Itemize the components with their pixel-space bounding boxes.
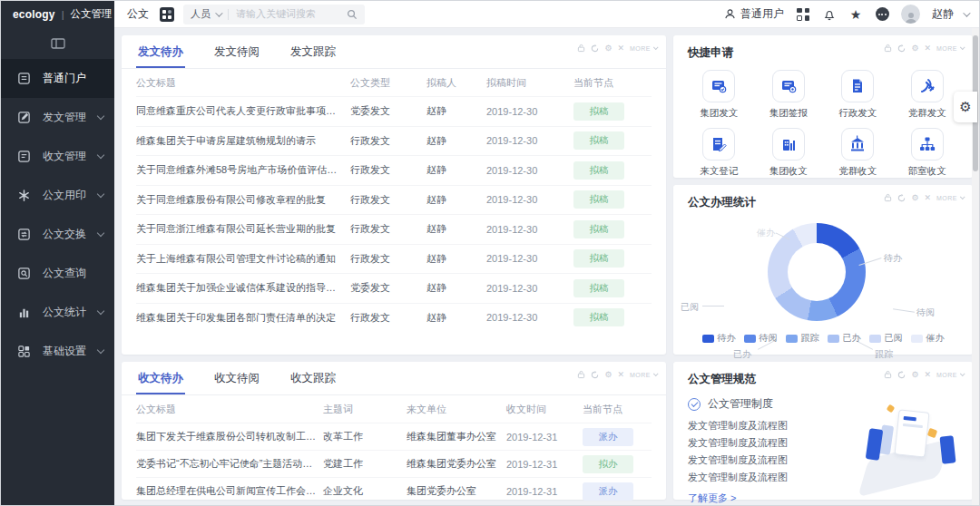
sidebar-item-公文查询[interactable]: 公文查询 [1, 254, 114, 293]
refresh-icon[interactable] [897, 371, 906, 379]
lock-icon[interactable] [577, 44, 585, 53]
quick-item-group-incoming[interactable]: 集团收文 [754, 128, 824, 178]
refresh-icon[interactable] [591, 371, 599, 379]
outgoing-table-header: 公文标题公文类型拟稿人拟稿时间当前节点 [136, 69, 652, 96]
sidebar-item-label: 普通门户 [43, 71, 86, 86]
current-node: 拟稿 [573, 308, 652, 326]
tab-incoming-track[interactable]: 收文跟踪 [289, 362, 338, 394]
receive-time: 2019-12-31 [506, 486, 583, 497]
sidebar-item-公文用印[interactable]: 公文用印 [1, 176, 114, 215]
quick-item-dept-incoming[interactable]: 部室收文 [893, 128, 963, 178]
gear-icon[interactable]: ⚙ [911, 194, 918, 202]
incoming-doc-row[interactable]: 党委书记“不忘初心牢记使命”主题活动上的讲话党建工作维森集团党委办公室2019-… [136, 450, 652, 477]
outgoing-doc-row[interactable]: 维森集团关于加强企业诚信体系建设的指导意见党委发文赵静2019-12-30拟稿 [136, 273, 652, 303]
lock-icon[interactable] [884, 193, 892, 202]
more-button[interactable]: MORE [630, 372, 657, 378]
refresh-icon[interactable] [897, 44, 906, 53]
sidebar-item-普通门户[interactable]: 普通门户 [1, 59, 114, 98]
incoming-doc-row[interactable]: 集团下发关于维森股份公司转机改制工作的要求改革工作维森集团董事办公室2019-1… [136, 423, 652, 450]
outgoing-doc-row[interactable]: 维森集团关于印发集团各部门责任清单的决定行政发文赵静2019-12-30拟稿 [136, 303, 652, 333]
rules-section-label: 公文管理制度 [708, 396, 773, 412]
legend-item[interactable]: 催办 [911, 332, 945, 345]
sidebar-item-基础设置[interactable]: 基础设置 [1, 332, 114, 371]
sidebar-item-label: 公文查询 [43, 266, 86, 281]
legend-item[interactable]: 已办 [828, 332, 861, 345]
search-icon[interactable] [347, 9, 358, 20]
tab-incoming-todo[interactable]: 收文待办 [136, 362, 185, 394]
favorite-star-icon[interactable]: ★ [848, 7, 863, 22]
search-category-select[interactable]: 人员 [191, 7, 211, 21]
hammer-sickle-icon [911, 70, 944, 102]
quick-item-label: 行政发文 [838, 107, 877, 120]
app-switcher-icon[interactable] [160, 7, 174, 22]
donut-ring[interactable] [768, 223, 866, 321]
refresh-icon[interactable] [897, 194, 906, 202]
close-icon[interactable]: ✕ [617, 44, 624, 53]
refresh-icon[interactable] [591, 44, 599, 53]
outgoing-doc-row[interactable]: 同意维森重庆公司代表人变更行政审批事项的批复党委发文赵静2019-12-30拟稿 [136, 96, 652, 126]
page-settings-gear-button[interactable]: ⚙ [954, 92, 977, 122]
quick-item-party-outgoing[interactable]: 党群发文 [893, 70, 963, 120]
tab-outgoing-track[interactable]: 发文跟踪 [289, 35, 338, 68]
gear-icon[interactable]: ⚙ [911, 371, 918, 379]
legend-item[interactable]: 待办 [702, 332, 736, 345]
legend-item[interactable]: 跟踪 [786, 332, 819, 345]
outgoing-doc-row[interactable]: 关于同意维森外滩58号房地产市场价值评估的批复行政发文赵静2019-12-30拟… [136, 155, 652, 185]
gear-icon[interactable]: ⚙ [604, 371, 612, 379]
doc-title: 关于同意维森股份有限公司修改章程的批复 [136, 193, 350, 207]
quick-item-party-incoming[interactable]: 党群收文 [823, 128, 893, 178]
tab-incoming-toread[interactable]: 收文待阅 [212, 362, 261, 394]
quick-apply-panel: ⚙✕MORE 快捷申请 集团发文 集团签报 行政发文 党群发文 来文登记 [673, 35, 973, 178]
chart-label-read: 已阅 [681, 301, 699, 314]
current-user-menu[interactable]: 赵静 [932, 6, 968, 22]
quick-item-group-outgoing[interactable]: 集团发文 [684, 70, 754, 120]
close-icon[interactable]: ✕ [924, 44, 931, 53]
more-button[interactable]: MORE [630, 45, 657, 52]
sidebar-item-发文管理[interactable]: 发文管理 [1, 98, 114, 137]
outgoing-doc-row[interactable]: 关于上海维森有限公司管理文件讨论稿的通知行政发文赵静2019-12-30拟稿 [136, 244, 652, 274]
user-type-button[interactable]: 普通用户 [724, 6, 784, 22]
quick-item-label: 集团发文 [700, 107, 738, 120]
close-icon[interactable]: ✕ [924, 371, 931, 379]
lock-icon[interactable] [884, 44, 892, 53]
chart-legend: 待办待阅跟踪已办已阅催办 [673, 332, 973, 345]
doc-title: 维森集团关于申请房屋建筑物规划的请示 [136, 134, 350, 148]
legend-item[interactable]: 待阅 [744, 332, 778, 345]
legend-item[interactable]: 已阅 [869, 332, 903, 345]
gear-icon[interactable]: ⚙ [604, 44, 612, 53]
more-button[interactable]: MORE [936, 45, 964, 52]
status-badge: 拟稿 [573, 131, 624, 150]
sidebar-item-公文交换[interactable]: 公文交换 [1, 215, 114, 254]
logo-divider: | [62, 9, 64, 20]
outgoing-doc-row[interactable]: 关于同意维森股份有限公司修改章程的批复行政发文赵静2019-12-30拟稿 [136, 185, 652, 215]
lock-icon[interactable] [884, 370, 892, 379]
outgoing-doc-row[interactable]: 维森集团关于申请房屋建筑物规划的请示行政发文赵静2019-12-30拟稿 [136, 126, 652, 156]
close-icon[interactable]: ✕ [617, 371, 624, 379]
sidebar-item-公文统计[interactable]: 公文统计 [1, 293, 114, 332]
logo: ecology | 公文管理 [1, 1, 114, 28]
workspace-grid-icon[interactable] [796, 7, 810, 22]
search-bar[interactable]: 人员 请输入关键词搜索 [183, 5, 365, 24]
gear-icon[interactable]: ⚙ [911, 44, 918, 53]
lock-icon[interactable] [577, 370, 585, 379]
source-unit: 维森集团党委办公室 [407, 457, 506, 471]
legend-label: 跟踪 [801, 332, 819, 345]
collapse-sidebar-icon[interactable] [1, 28, 114, 59]
outgoing-doc-row[interactable]: 关于同意浙江维森有限公司延长营业期的批复行政发文赵静2019-12-30拟稿 [136, 214, 652, 244]
tab-outgoing-toread[interactable]: 发文待阅 [212, 35, 261, 68]
legend-swatch [702, 335, 714, 343]
more-options-icon[interactable] [875, 7, 889, 22]
more-button[interactable]: MORE [936, 195, 964, 201]
more-button[interactable]: MORE [936, 372, 964, 378]
notification-bell-icon[interactable] [822, 7, 837, 22]
avatar[interactable] [901, 5, 920, 24]
tab-outgoing-todo[interactable]: 发文待办 [136, 35, 185, 68]
incoming-doc-row[interactable]: 集团总经理在供电公司新闻宣传工作会议致辞企业文化集团党委办公室2019-12-3… [136, 477, 652, 504]
quick-item-group-sign[interactable]: 集团签报 [754, 70, 824, 120]
quick-item-register[interactable]: 来文登记 [684, 128, 754, 178]
close-icon[interactable]: ✕ [924, 194, 931, 202]
chart-label-todo: 待办 [884, 252, 902, 265]
sidebar-item-收文管理[interactable]: 收文管理 [1, 137, 114, 176]
search-input[interactable]: 请输入关键词搜索 [236, 7, 347, 21]
quick-item-admin-outgoing[interactable]: 行政发文 [823, 70, 893, 120]
